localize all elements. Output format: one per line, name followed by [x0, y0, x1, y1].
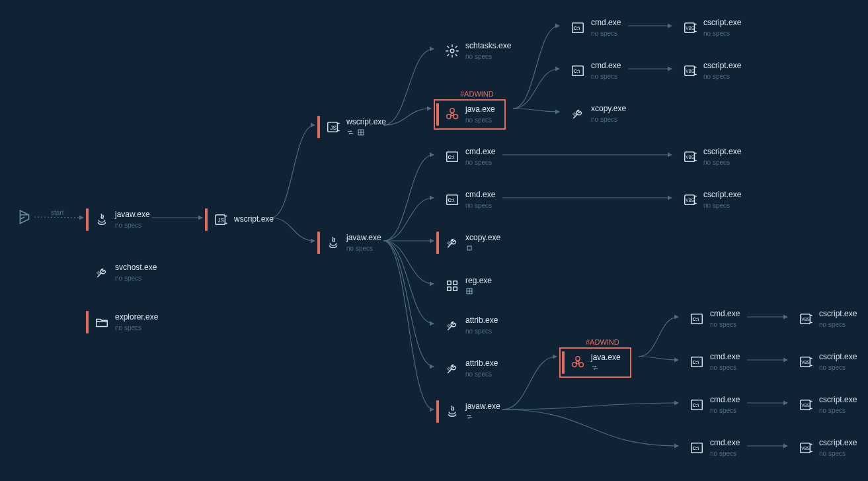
process-node-attrib1[interactable]: attrib.exe no specs	[436, 314, 498, 337]
svg-point-9	[454, 114, 457, 118]
process-node-schtasks[interactable]: schtasks.exe no specs	[436, 40, 511, 62]
process-node-cmd_d4[interactable]: C:\ cmd.exe no specs	[681, 437, 740, 459]
svg-rect-18	[454, 287, 457, 291]
process-node-cmd_d2[interactable]: C:\ cmd.exe no specs	[681, 351, 740, 373]
process-node-cscript_d3[interactable]: VBS cscript.exe no specs	[790, 394, 857, 416]
process-node-cmd_b1[interactable]: C:\ cmd.exe no specs	[436, 146, 495, 168]
process-node-cmd_c1[interactable]: C:\ cmd.exe no specs	[562, 17, 621, 39]
node-subicons	[465, 244, 500, 252]
severity-mark	[86, 261, 89, 284]
process-node-explorer[interactable]: explorer.exe no specs	[86, 311, 158, 333]
svg-point-5	[450, 49, 454, 53]
js-icon: JS	[213, 212, 229, 228]
process-node-javaw3[interactable]: javaw.exe	[436, 400, 500, 423]
process-node-wscript1[interactable]: JS wscript.exe	[205, 208, 274, 231]
grid-icon	[444, 278, 460, 294]
process-node-java_mal2[interactable]: #ADWIND java.exe	[559, 347, 631, 378]
process-node-cscript_c2[interactable]: VBS cscript.exe no specs	[674, 60, 741, 82]
svg-text:VBS: VBS	[801, 446, 810, 451]
severity-mark	[205, 208, 208, 231]
process-node-cmd_b2[interactable]: C:\ cmd.exe no specs	[436, 189, 495, 211]
edge-javaw2-attrib1	[383, 241, 434, 324]
node-sub: no specs	[465, 202, 495, 209]
svg-text:VBS: VBS	[801, 360, 810, 365]
process-node-xcopy2[interactable]: xcopy.exe no specs	[562, 103, 626, 125]
process-node-cscript_c1[interactable]: VBS cscript.exe no specs	[674, 17, 741, 39]
process-node-cscript_b1[interactable]: VBS cscript.exe no specs	[674, 146, 741, 168]
java-icon	[444, 404, 460, 419]
node-subicons	[465, 287, 492, 295]
node-sub: no specs	[346, 245, 381, 252]
severity-mark	[436, 357, 439, 380]
severity-mark	[436, 275, 439, 297]
node-name: javaw.exe	[346, 234, 381, 242]
svg-rect-16	[454, 281, 457, 285]
node-name: cscript.exe	[819, 353, 857, 361]
process-node-attrib2[interactable]: attrib.exe no specs	[436, 357, 498, 380]
java-icon	[94, 212, 110, 228]
vbs-icon: VBS	[682, 192, 698, 208]
process-node-cscript_d4[interactable]: VBS cscript.exe no specs	[790, 437, 857, 459]
node-sub: no specs	[591, 30, 621, 37]
process-tree-canvas[interactable]: start javaw.exe no specs svchost.exe no …	[0, 0, 868, 481]
node-name: cmd.exe	[710, 396, 740, 404]
severity-mark	[436, 146, 439, 168]
process-node-cscript_d1[interactable]: VBS cscript.exe no specs	[790, 308, 857, 330]
svg-point-35	[579, 363, 583, 367]
cmd-icon: C:\	[689, 440, 705, 456]
process-node-java_mal1[interactable]: #ADWIND java.exe no specs	[434, 99, 506, 130]
svg-text:VBS: VBS	[686, 26, 694, 30]
edge-javaw2-reg	[383, 241, 434, 284]
node-sub: no specs	[115, 275, 157, 282]
edge-java_mal1-xcopy2	[513, 109, 559, 112]
process-node-javaw1[interactable]: javaw.exe no specs	[86, 208, 150, 231]
node-name: cscript.exe	[819, 396, 857, 404]
wrench-icon	[444, 318, 460, 333]
vbs-icon: VBS	[682, 149, 698, 165]
cmd-icon: C:\	[570, 63, 586, 79]
process-node-xcopy1[interactable]: xcopy.exe	[436, 232, 500, 254]
process-node-cscript_b2[interactable]: VBS cscript.exe no specs	[674, 189, 741, 211]
edge-javaw3-java_mal2	[502, 357, 557, 410]
svg-rect-14	[467, 246, 471, 250]
process-node-cmd_d3[interactable]: C:\ cmd.exe no specs	[681, 394, 740, 416]
edge-wscript2-schtasks	[383, 49, 434, 125]
severity-mark	[436, 40, 439, 62]
severity-mark	[674, 17, 677, 39]
process-node-javaw2[interactable]: javaw.exe no specs	[317, 232, 381, 254]
svg-text:C:\: C:\	[693, 445, 699, 451]
node-sub: no specs	[819, 450, 857, 457]
svg-text:C:\: C:\	[693, 359, 699, 365]
node-sub: no specs	[710, 407, 740, 414]
process-node-cmd_c2[interactable]: C:\ cmd.exe no specs	[562, 60, 621, 82]
process-node-cscript_d2[interactable]: VBS cscript.exe no specs	[790, 351, 857, 373]
node-name: cscript.exe	[703, 191, 741, 199]
gear-icon	[444, 43, 460, 59]
svg-rect-15	[448, 281, 452, 285]
svg-point-7	[450, 109, 454, 112]
severity-mark	[790, 437, 793, 459]
node-name: cmd.exe	[465, 191, 495, 199]
edge-wscript2-java_mal1	[383, 109, 431, 125]
process-node-cmd_d1[interactable]: C:\ cmd.exe no specs	[681, 308, 740, 330]
vbs-icon: VBS	[682, 63, 698, 79]
node-name: explorer.exe	[115, 313, 158, 322]
node-name: cmd.exe	[710, 310, 740, 318]
node-sub: no specs	[819, 407, 857, 414]
severity-mark	[681, 351, 684, 373]
cmd-icon: C:\	[689, 397, 705, 413]
node-sub: no specs	[465, 328, 498, 335]
node-sub: no specs	[703, 159, 741, 166]
process-node-wscript2[interactable]: JS wscript.exe	[317, 116, 386, 138]
svg-text:JS: JS	[330, 125, 336, 131]
node-name: attrib.exe	[465, 359, 498, 368]
svg-rect-17	[448, 287, 452, 291]
process-node-reg[interactable]: reg.exe	[436, 275, 492, 297]
svg-text:VBS: VBS	[801, 403, 810, 408]
biohazard-icon	[570, 355, 586, 371]
node-sub: no specs	[703, 202, 741, 209]
process-node-svchost[interactable]: svchost.exe no specs	[86, 261, 157, 284]
svg-point-32	[576, 361, 579, 364]
edge-root-javaw1	[34, 217, 83, 218]
root-icon[interactable]	[16, 208, 33, 228]
